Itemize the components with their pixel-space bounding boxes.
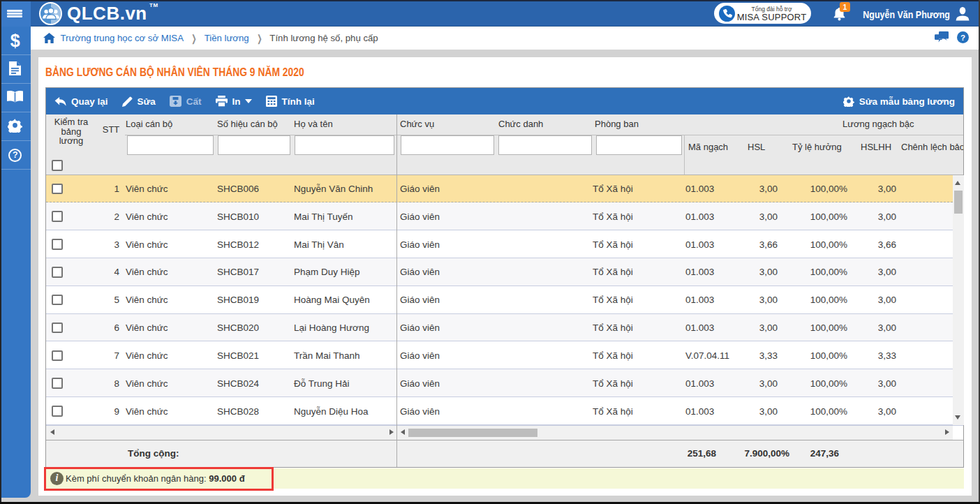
gear-icon: [843, 96, 854, 107]
sidebar-item-salary[interactable]: $: [0, 27, 31, 55]
breadcrumb-item-tien-luong[interactable]: Tiền lương: [205, 33, 249, 43]
sidebar-item-guide[interactable]: [0, 84, 31, 112]
main-panel: BẢNG LƯƠNG CÁN BỘ NHÂN VIÊN THÁNG 9 NĂM …: [38, 57, 972, 496]
cell-hsl: 3,00: [722, 258, 778, 286]
cell-ty-le: 100,00%: [779, 175, 847, 203]
cell-stt: 7: [84, 341, 119, 369]
cell-ma-ngach: 01.003: [685, 175, 714, 203]
row-checkbox[interactable]: [52, 239, 63, 250]
cell-ho-ten: Mai Thị Tuyến: [294, 202, 353, 230]
help-icon[interactable]: ?: [957, 31, 969, 45]
filter-chuc-vu[interactable]: [401, 135, 494, 155]
totals-row: Tổng cộng: 251,68 7.900,00% 247,36: [46, 440, 963, 468]
filter-phong-ban[interactable]: [596, 135, 682, 155]
scroll-up-icon[interactable]: [955, 181, 960, 185]
cell-hsl: 3,00: [722, 175, 778, 203]
cell-phong-ban: Tổ Xã hội: [593, 341, 633, 369]
row-checkbox[interactable]: [52, 406, 63, 417]
cell-stt: 2: [84, 202, 119, 230]
cell-loai: Viên chức: [126, 341, 168, 369]
scroll-left-icon[interactable]: [50, 429, 54, 435]
row-checkbox[interactable]: [52, 295, 63, 306]
cell-loai: Viên chức: [126, 230, 168, 258]
select-all-checkbox[interactable]: [52, 160, 63, 171]
cell-ma-ngach: 01.003: [685, 286, 714, 314]
back-button[interactable]: Quay lại: [47, 88, 115, 114]
table-row[interactable]: 4 Viên chức SHCB017 Phạm Duy Hiệp Giáo v…: [46, 258, 963, 286]
column-header-ho-ten: Họ và tên: [294, 119, 333, 129]
save-button[interactable]: Cất: [163, 88, 209, 114]
edit-button[interactable]: Sửa: [115, 88, 163, 114]
cell-ma-ngach: 01.003: [685, 397, 714, 425]
horizontal-scrollbar-thumb[interactable]: [408, 429, 537, 437]
filter-ho-ten[interactable]: [295, 135, 394, 155]
book-icon: [7, 91, 23, 105]
cell-ty-le: 100,00%: [779, 230, 847, 258]
top-bar: QLCB.vn TM Tổng đài hỗ trợ MISA SUPPORT …: [0, 0, 980, 27]
horizontal-scrollbar-band[interactable]: [46, 425, 963, 440]
column-header-phong-ban: Phòng ban: [595, 119, 639, 129]
breadcrumb-separator-icon: ❯: [191, 33, 196, 44]
cell-so-hieu: SHCB028: [217, 397, 259, 425]
breadcrumb-item-school[interactable]: Trường trung học cơ sở MISA: [61, 33, 184, 43]
edit-template-button[interactable]: Sửa mẫu bảng lương: [836, 88, 962, 114]
table-row[interactable]: 1 Viên chức SHCB006 Nguyễn Văn Chinh Giá…: [46, 175, 963, 203]
vertical-scrollbar-thumb[interactable]: [954, 191, 963, 214]
breadcrumb: Trường trung học cơ sở MISA ❯ Tiền lương…: [31, 27, 979, 50]
cell-stt: 9: [84, 397, 119, 425]
scroll-down-icon[interactable]: [955, 415, 960, 420]
row-checkbox[interactable]: [52, 267, 63, 278]
cell-hslhh: 3,66: [842, 230, 896, 258]
sidebar-item-help[interactable]: ?: [0, 141, 31, 170]
logo-text[interactable]: QLCB.vn: [67, 1, 147, 26]
cell-chuc-vu: Giáo viên: [400, 397, 440, 425]
cell-loai: Viên chức: [126, 286, 168, 314]
cell-chuc-vu: Giáo viên: [400, 341, 440, 369]
home-icon[interactable]: [43, 33, 55, 43]
cell-ho-ten: Đỗ Trung Hải: [294, 369, 350, 397]
recalculate-button[interactable]: Tính lại: [259, 88, 322, 114]
print-button[interactable]: In: [209, 88, 259, 114]
cell-ho-ten: Mai Thị Vân: [294, 230, 344, 258]
misa-support-button[interactable]: Tổng đài hỗ trợ MISA SUPPORT: [714, 3, 811, 24]
sidebar: $: [0, 27, 31, 498]
cell-ma-ngach: 01.003: [685, 202, 714, 230]
row-checkbox[interactable]: [52, 323, 63, 334]
sidebar-item-settings[interactable]: [0, 112, 31, 141]
column-header-chuc-danh: Chức danh: [498, 119, 543, 129]
column-header-hslhh: HSLHH: [861, 142, 891, 152]
user-name[interactable]: Nguyễn Văn Phương: [863, 1, 950, 28]
cell-hslhh: 3,00: [842, 258, 896, 286]
row-checkbox[interactable]: [52, 378, 63, 389]
cell-hsl: 3,00: [722, 314, 778, 342]
filter-loai-can-bo[interactable]: [127, 135, 214, 155]
user-avatar-icon[interactable]: [955, 6, 970, 24]
cell-hsl: 3,00: [722, 397, 778, 425]
row-checkbox[interactable]: [52, 184, 63, 195]
table-row[interactable]: 9 Viên chức SHCB028 Nguyễn Diệu Hoa Giáo…: [46, 397, 963, 425]
feedback-chat-icon[interactable]: [935, 31, 949, 45]
table-row[interactable]: 8 Viên chức SHCB024 Đỗ Trung Hải Giáo vi…: [46, 369, 963, 397]
scroll-right-icon[interactable]: [389, 429, 394, 435]
table-row[interactable]: 7 Viên chức SHCB021 Trần Mai Thanh Giáo …: [46, 341, 963, 369]
table-row[interactable]: 6 Viên chức SHCB020 Lại Hoàng Hương Giáo…: [46, 314, 963, 342]
cell-hsl: 3,00: [722, 202, 778, 230]
table-row[interactable]: 2 Viên chức SHCB010 Mai Thị Tuyến Giáo v…: [46, 202, 963, 230]
vertical-scrollbar[interactable]: [953, 175, 964, 426]
hamburger-zone[interactable]: [0, 0, 31, 27]
sidebar-item-documents[interactable]: [0, 55, 31, 84]
filter-chuc-danh[interactable]: [498, 135, 592, 155]
row-checkbox[interactable]: [52, 211, 63, 222]
cell-hslhh: 3,00: [842, 202, 896, 230]
cell-loai: Viên chức: [126, 175, 168, 203]
filter-so-hieu[interactable]: [218, 135, 290, 155]
table-body: 1 Viên chức SHCB006 Nguyễn Văn Chinh Giá…: [46, 175, 963, 426]
row-checkbox[interactable]: [52, 350, 63, 362]
scroll-left-icon[interactable]: [401, 429, 405, 435]
cell-ho-ten: Nguyễn Diệu Hoa: [294, 397, 369, 425]
table-row[interactable]: 5 Viên chức SHCB019 Hoàng Mai Quyên Giáo…: [46, 286, 963, 314]
cell-chuc-vu: Giáo viên: [400, 286, 440, 314]
breadcrumb-bar: Trường trung học cơ sở MISA ❯ Tiền lương…: [31, 27, 979, 50]
table-row[interactable]: 3 Viên chức SHCB012 Mai Thị Vân Giáo viê…: [46, 230, 963, 258]
scroll-right-icon[interactable]: [945, 429, 949, 435]
